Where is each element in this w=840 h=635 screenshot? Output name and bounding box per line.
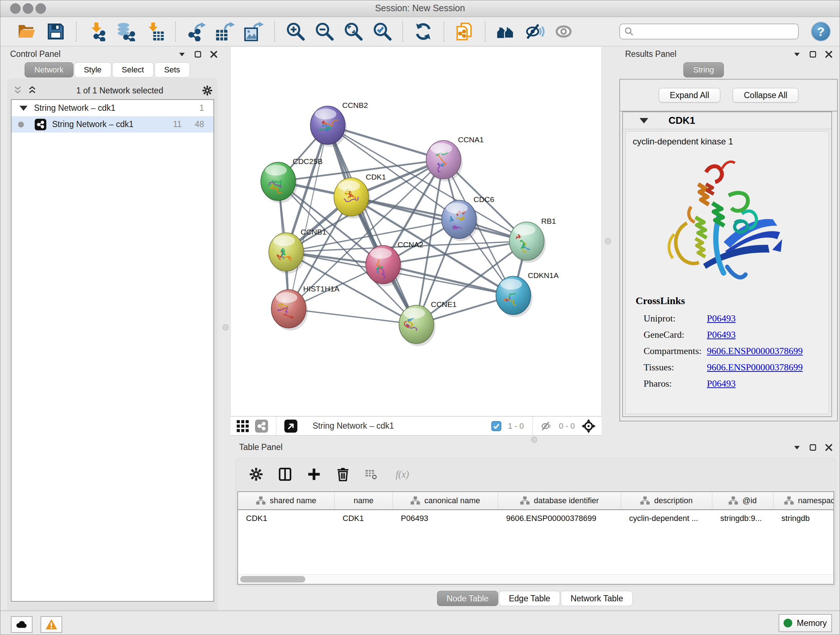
network-node-CCNA1[interactable] (426, 141, 463, 181)
network-row[interactable]: String Network – cdk1 11 48 (11, 116, 213, 133)
save-session-button[interactable] (44, 20, 67, 43)
network-edge[interactable] (383, 264, 513, 295)
help-button[interactable]: ? (811, 22, 831, 41)
show-columns-icon[interactable] (278, 467, 292, 481)
network-node-CCNA2[interactable] (366, 245, 402, 287)
export-network-button[interactable] (185, 20, 207, 43)
network-canvas[interactable]: CCNB2CCNA1CDC25BCDK1CDC6RB1CCNB1CCNA2CDK… (231, 46, 602, 416)
panel-float-icon[interactable] (808, 443, 818, 452)
delete-column-icon[interactable] (336, 467, 350, 481)
network-graph[interactable]: CCNB2CCNA1CDC25BCDK1CDC6RB1CCNB1CCNA2CDK… (231, 47, 601, 416)
table-cell[interactable]: CDK1 (335, 514, 393, 523)
scrollbar-thumb[interactable] (240, 576, 305, 583)
tab-select[interactable]: Select (112, 62, 154, 78)
crosslink-link[interactable]: P06493 (707, 375, 736, 392)
column-header-@id[interactable]: @id (712, 492, 774, 509)
zoom-in-button[interactable] (284, 20, 306, 43)
tab-string[interactable]: String (684, 62, 723, 78)
gene-section-header[interactable]: CDK1 (623, 112, 831, 129)
zoom-fit-button[interactable] (342, 20, 364, 43)
column-header-shared-name[interactable]: shared name (238, 492, 335, 509)
network-collection-row[interactable]: String Network – cdk1 1 (11, 100, 213, 116)
hidden-eye-icon[interactable] (541, 420, 553, 432)
memory-button[interactable]: Memory (778, 614, 832, 632)
splitter-grip[interactable] (223, 325, 229, 331)
zoom-selected-button[interactable] (371, 20, 393, 43)
network-node-RB1[interactable] (509, 222, 546, 263)
tab-node-table[interactable]: Node Table (437, 591, 499, 606)
column-header-namespac[interactable]: namespac (774, 492, 834, 509)
expand-all-icon[interactable] (27, 85, 38, 96)
add-column-icon[interactable] (307, 467, 321, 481)
crosslink-link[interactable]: 9606.ENSP00000378699 (707, 359, 803, 375)
export-image-button[interactable] (243, 20, 265, 43)
birds-eye-grid-icon[interactable] (236, 420, 249, 432)
horizontal-scrollbar[interactable] (238, 574, 834, 584)
table-cell[interactable]: stringdb:9... (712, 514, 774, 523)
search-input[interactable] (635, 25, 798, 38)
tab-sets[interactable]: Sets (155, 62, 190, 78)
panel-float-icon[interactable] (808, 50, 818, 59)
crosslink-label: Pharos: (636, 375, 707, 392)
gear-icon[interactable] (202, 85, 213, 96)
collapse-all-icon[interactable] (12, 85, 23, 96)
zoom-out-button[interactable] (313, 20, 335, 43)
refresh-button[interactable] (412, 20, 434, 43)
table-cell[interactable]: cyclin-dependent ... (621, 514, 712, 523)
network-node-CDC25B[interactable] (261, 162, 297, 203)
tab-style[interactable]: Style (74, 62, 111, 78)
import-table-button[interactable] (144, 20, 166, 43)
column-header-database-identifier[interactable]: database identifier (498, 492, 621, 509)
hide-button[interactable] (523, 20, 546, 43)
column-header-canonical-name[interactable]: canonical name (393, 492, 498, 509)
open-session-button[interactable] (16, 20, 38, 43)
network-node-CDKN1A[interactable] (496, 276, 532, 317)
table-cell[interactable]: stringdb (774, 514, 834, 523)
cloud-status-button[interactable] (11, 616, 33, 633)
table-settings-gear-icon[interactable] (249, 467, 264, 481)
results-panel-title: Results Panel (625, 49, 676, 59)
search-box[interactable] (619, 24, 799, 40)
crosslink-link[interactable]: 9606.ENSP00000378699 (707, 343, 803, 359)
import-database-button[interactable] (115, 20, 137, 43)
table-row[interactable]: CDK1CDK1P064939606.ENSP00000378699cyclin… (238, 510, 834, 527)
network-node-CCNB2[interactable] (310, 106, 347, 147)
tab-network[interactable]: Network (25, 62, 73, 78)
panel-menu-icon[interactable] (792, 443, 802, 452)
tab-network-table[interactable]: Network Table (561, 591, 633, 606)
expand-all-button[interactable]: Expand All (659, 88, 721, 103)
panel-float-icon[interactable] (193, 50, 202, 59)
crosslink-link[interactable]: P06493 (707, 310, 736, 326)
table-cell[interactable]: P06493 (393, 514, 498, 523)
column-header-description[interactable]: description (621, 492, 712, 509)
node-details-scroll[interactable]: CDK1 cyclin-dependent kinase 1 (622, 111, 832, 417)
warnings-button[interactable] (41, 616, 62, 633)
import-network-button[interactable] (86, 20, 108, 43)
panel-menu-icon[interactable] (792, 50, 802, 59)
splitter-grip[interactable] (605, 238, 611, 244)
table-cell[interactable]: 9606.ENSP00000378699 (498, 514, 621, 523)
home-button[interactable] (494, 20, 517, 43)
network-node-CDK1[interactable] (334, 178, 370, 219)
gene-collapse-icon[interactable] (639, 118, 648, 124)
show-button[interactable] (553, 20, 575, 43)
copy-network-button[interactable] (453, 20, 476, 43)
crosslink-link[interactable]: P06493 (707, 326, 736, 343)
panel-close-icon[interactable] (209, 50, 218, 59)
collapse-all-button[interactable]: Collapse All (733, 88, 798, 103)
collection-expand-icon[interactable] (19, 106, 27, 111)
network-node-CCNE1[interactable] (399, 305, 436, 346)
column-header-name[interactable]: name (335, 492, 393, 509)
panel-close-icon[interactable] (824, 50, 834, 59)
network-node-CDC6[interactable] (442, 200, 478, 241)
panel-menu-icon[interactable] (177, 50, 187, 59)
crosslinks-section: CrossLinks Uniprot:P06493GeneCard:P06493… (625, 295, 829, 392)
tab-edge-table[interactable]: Edge Table (499, 591, 560, 606)
table-cell[interactable]: CDK1 (238, 514, 335, 523)
selected-checkbox-icon[interactable] (491, 421, 501, 431)
detach-view-icon[interactable] (284, 420, 297, 432)
export-table-button[interactable] (214, 20, 236, 43)
panel-close-icon[interactable] (824, 443, 834, 452)
network-edge[interactable] (328, 125, 416, 325)
fit-crosshair-icon[interactable] (581, 419, 596, 433)
